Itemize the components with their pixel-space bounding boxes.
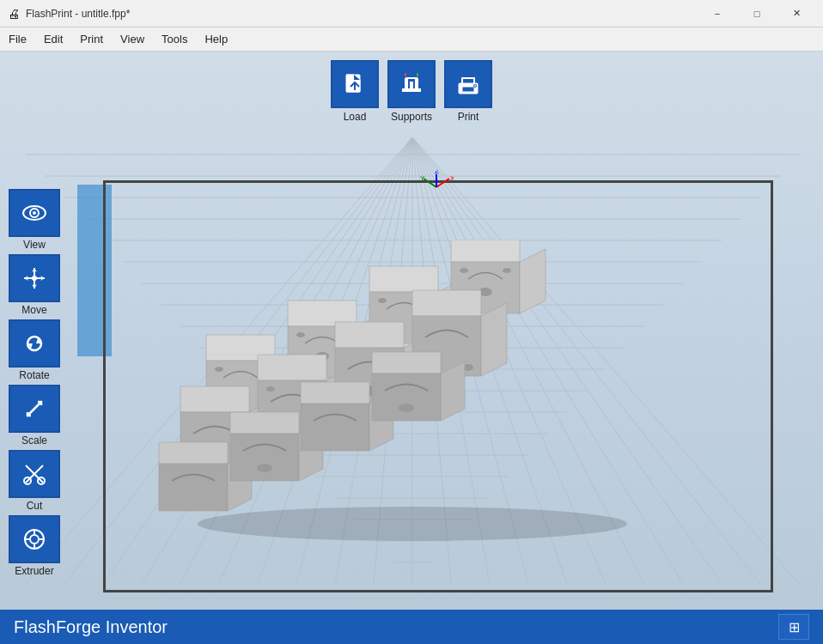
menu-item-print[interactable]: Print xyxy=(71,29,112,49)
print-button[interactable]: Print xyxy=(443,60,493,123)
scale-button[interactable]: Scale xyxy=(7,385,62,447)
titlebar-left: 🖨 FlashPrint - untitle.fpp* xyxy=(7,7,130,21)
rotate-button[interactable]: Rotate xyxy=(7,319,62,381)
statusbar-text: FlashForge Inventor xyxy=(14,617,168,637)
app-icon: 🖨 xyxy=(7,7,21,21)
menu-item-edit[interactable]: Edit xyxy=(35,29,71,49)
close-button[interactable]: ✕ xyxy=(777,0,816,27)
move-label: Move xyxy=(21,304,46,316)
sidebar: View Move xyxy=(7,189,62,577)
titlebar-title: FlashPrint - untitle.fpp* xyxy=(26,8,130,20)
svg-point-78 xyxy=(474,85,476,87)
scale-label: Scale xyxy=(21,434,47,447)
statusbar: FlashForge Inventor ⊞ xyxy=(0,610,823,644)
svg-point-84 xyxy=(32,276,37,281)
toolbar: Load Supports xyxy=(330,60,493,123)
cut-label: Cut xyxy=(27,500,43,512)
titlebar: 🖨 FlashPrint - untitle.fpp* − □ ✕ xyxy=(0,0,823,27)
supports-label: Supports xyxy=(391,111,432,123)
minimize-button[interactable]: − xyxy=(698,0,737,27)
move-icon xyxy=(9,254,60,302)
view-button[interactable]: View xyxy=(7,189,62,251)
grid-canvas xyxy=(0,52,823,610)
svg-rect-70 xyxy=(415,78,418,88)
supports-button[interactable]: Supports xyxy=(387,60,436,123)
cut-button[interactable]: Cut xyxy=(7,450,62,512)
rotate-icon xyxy=(9,319,60,368)
view-icon xyxy=(9,189,60,237)
3d-viewport: X Y Z xyxy=(0,52,823,610)
svg-rect-71 xyxy=(410,82,413,88)
maximize-button[interactable]: □ xyxy=(737,0,777,27)
menu-item-help[interactable]: Help xyxy=(196,29,236,49)
load-label: Load xyxy=(344,111,367,123)
svg-point-91 xyxy=(30,535,39,544)
cut-icon xyxy=(9,450,60,498)
scale-icon xyxy=(9,385,60,433)
svg-line-85 xyxy=(27,402,41,416)
load-button[interactable]: Load xyxy=(330,60,380,123)
supports-icon xyxy=(387,60,436,108)
extruder-icon xyxy=(9,515,60,563)
statusbar-icon[interactable]: ⊞ xyxy=(778,614,809,640)
menu-item-tools[interactable]: Tools xyxy=(153,29,196,49)
menu-item-view[interactable]: View xyxy=(112,29,153,49)
svg-rect-68 xyxy=(402,88,421,92)
menu-item-file[interactable]: File xyxy=(0,29,35,49)
svg-rect-76 xyxy=(462,87,474,92)
menubar: FileEditPrintViewToolsHelp xyxy=(0,27,823,52)
svg-point-81 xyxy=(33,211,36,215)
extruder-button[interactable]: Extruder xyxy=(7,515,62,577)
rotate-label: Rotate xyxy=(19,369,49,381)
main-viewport: X Y Z xyxy=(0,52,823,644)
extruder-label: Extruder xyxy=(15,565,53,577)
move-button[interactable]: Move xyxy=(7,254,62,316)
svg-rect-69 xyxy=(405,78,408,88)
print-icon xyxy=(444,60,492,108)
titlebar-controls[interactable]: − □ ✕ xyxy=(698,0,816,27)
print-label: Print xyxy=(458,111,479,123)
load-icon xyxy=(331,60,379,108)
view-label: View xyxy=(23,239,46,251)
